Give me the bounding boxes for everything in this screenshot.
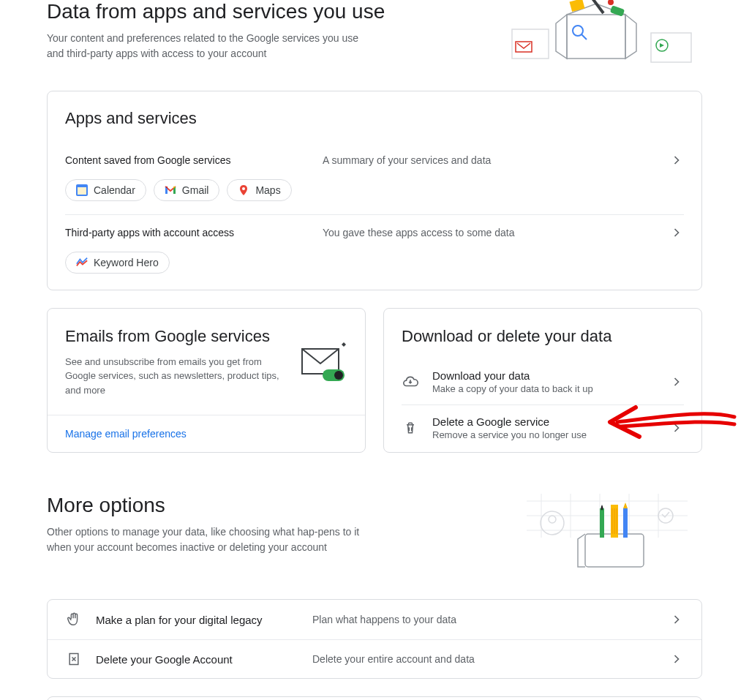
apps-services-card: Apps and services Content saved from Goo… bbox=[47, 91, 702, 290]
more-options-desc: Other options to manage your data, like … bbox=[47, 524, 361, 555]
svg-rect-5 bbox=[569, 0, 584, 12]
emails-card-desc: See and unsubscribe from emails you get … bbox=[65, 355, 287, 398]
delete-account-row[interactable]: Delete your Google Account Delete your e… bbox=[48, 640, 701, 678]
manage-email-link[interactable]: Manage email preferences bbox=[65, 428, 187, 440]
svg-rect-33 bbox=[623, 508, 628, 538]
envelope-toggle-illustration bbox=[296, 326, 347, 397]
svg-point-6 bbox=[608, 0, 614, 5]
emails-card-title: Emails from Google services bbox=[65, 326, 287, 347]
download-delete-card: Download or delete your data Download yo… bbox=[383, 308, 702, 453]
apps-services-title: Apps and services bbox=[48, 91, 701, 143]
more-options-card: Make a plan for your digital legacy Plan… bbox=[47, 599, 702, 679]
chevron-right-icon bbox=[669, 421, 684, 435]
download-data-sub: Make a copy of your data to back it up bbox=[432, 383, 656, 394]
delete-service-sub: Remove a service you no longer use bbox=[432, 429, 656, 440]
svg-point-13 bbox=[242, 187, 245, 190]
partial-card bbox=[47, 696, 702, 700]
svg-point-16 bbox=[334, 371, 343, 380]
calendar-chip-label: Calendar bbox=[94, 184, 135, 196]
delete-account-label: Delete your Google Account bbox=[96, 653, 233, 666]
svg-rect-28 bbox=[600, 508, 604, 538]
download-data-title: Download your data bbox=[432, 369, 656, 382]
download-delete-title: Download or delete your data bbox=[402, 326, 684, 347]
keyword-hero-icon bbox=[76, 257, 88, 268]
delete-account-icon bbox=[65, 652, 83, 666]
calendar-chip[interactable]: Calendar bbox=[65, 179, 146, 201]
gmail-chip[interactable]: Gmail bbox=[154, 179, 220, 201]
svg-line-4 bbox=[581, 34, 587, 39]
data-apps-title: Data from apps and services you use bbox=[47, 0, 468, 23]
hand-icon bbox=[65, 611, 83, 628]
data-apps-desc: Your content and preferences related to … bbox=[47, 31, 361, 61]
keyword-hero-label: Keyword Hero bbox=[94, 257, 159, 268]
third-party-label: Third-party apps with account access bbox=[65, 227, 314, 238]
data-apps-illustration bbox=[497, 0, 702, 73]
svg-rect-2 bbox=[567, 15, 625, 59]
svg-point-3 bbox=[573, 26, 583, 36]
chevron-right-icon bbox=[669, 153, 684, 168]
emails-card: Emails from Google services See and unsu… bbox=[47, 308, 366, 453]
third-party-sub: You gave these apps access to some data bbox=[323, 227, 660, 238]
trash-icon bbox=[402, 421, 419, 435]
download-data-row[interactable]: Download your data Make a copy of your d… bbox=[384, 359, 701, 404]
delete-service-title: Delete a Google service bbox=[432, 415, 656, 428]
more-options-title: More options bbox=[47, 494, 483, 517]
gmail-icon bbox=[165, 184, 176, 196]
svg-rect-27 bbox=[585, 534, 644, 567]
chevron-right-icon bbox=[669, 375, 684, 389]
gmail-chip-label: Gmail bbox=[182, 184, 209, 196]
maps-chip[interactable]: Maps bbox=[227, 179, 291, 201]
svg-point-26 bbox=[549, 516, 556, 523]
svg-rect-12 bbox=[78, 187, 86, 195]
cloud-download-icon bbox=[402, 374, 419, 390]
maps-chip-label: Maps bbox=[255, 184, 280, 196]
content-saved-sub: A summary of your services and data bbox=[323, 154, 660, 166]
calendar-icon bbox=[76, 184, 88, 196]
chevron-right-icon bbox=[669, 612, 684, 627]
delete-account-sub: Delete your entire account and data bbox=[312, 653, 656, 665]
toolbox-illustration bbox=[512, 494, 702, 582]
digital-legacy-label: Make a plan for your digital legacy bbox=[96, 614, 263, 626]
content-saved-row[interactable]: Content saved from Google services A sum… bbox=[48, 143, 701, 178]
digital-legacy-row[interactable]: Make a plan for your digital legacy Plan… bbox=[48, 600, 701, 639]
maps-icon bbox=[238, 184, 249, 196]
third-party-row[interactable]: Third-party apps with account access You… bbox=[48, 215, 701, 250]
keyword-hero-chip[interactable]: Keyword Hero bbox=[65, 252, 170, 274]
content-saved-label: Content saved from Google services bbox=[65, 154, 314, 166]
chevron-right-icon bbox=[669, 225, 684, 240]
chevron-right-icon bbox=[669, 652, 684, 666]
delete-service-row[interactable]: Delete a Google service Remove a service… bbox=[384, 405, 701, 451]
digital-legacy-sub: Plan what happens to your data bbox=[312, 614, 656, 625]
